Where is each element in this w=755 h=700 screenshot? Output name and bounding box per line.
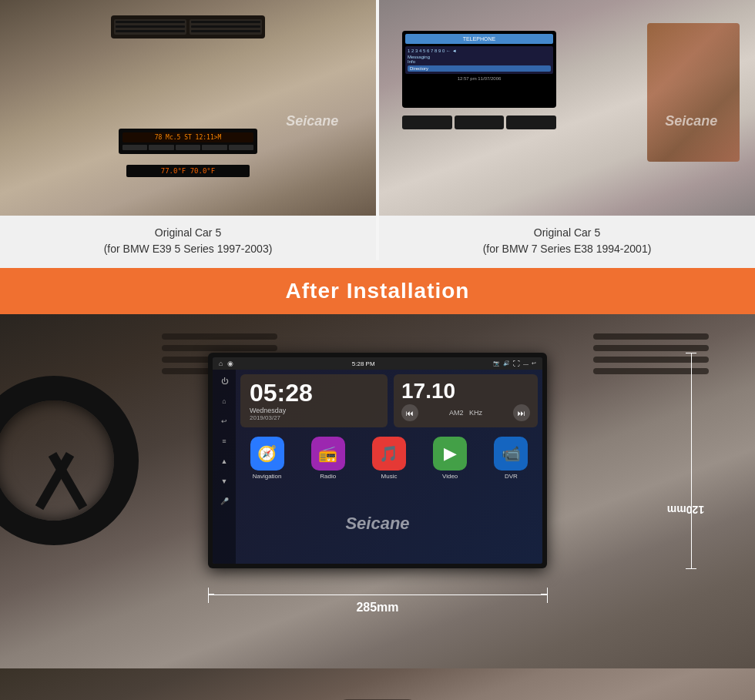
dim-tick-right bbox=[547, 588, 548, 603]
radio-band-info: AM2 KHz bbox=[423, 409, 508, 417]
app-dvr[interactable]: 📹 DVR bbox=[494, 437, 528, 480]
power-icon[interactable]: ⏻ bbox=[217, 374, 231, 388]
app-icons-row: 🧭 Navigation 📻 Radio 🎵 Music bbox=[240, 437, 538, 480]
video-label: Video bbox=[442, 473, 458, 480]
home-icon[interactable]: ⌂ bbox=[219, 360, 223, 367]
app-music[interactable]: 🎵 Music bbox=[372, 437, 406, 480]
nav-label: Navigation bbox=[253, 473, 282, 480]
app-video[interactable]: ▶ Video bbox=[433, 437, 467, 480]
back-icon[interactable]: ↩ bbox=[532, 360, 536, 367]
radio-icon-box: 📻 bbox=[311, 437, 345, 471]
dvr-icon-box: 📹 bbox=[494, 437, 528, 471]
clock-date: 2019/03/27 bbox=[250, 414, 378, 421]
dim-tick-bottom bbox=[686, 568, 696, 569]
width-dimension-label: 285mm bbox=[356, 601, 398, 615]
app-radio[interactable]: 📻 Radio bbox=[311, 437, 345, 480]
fullscreen-icon[interactable]: ⛶ bbox=[513, 360, 520, 367]
after-installation-section: ⌂ ◉ 5:28 PM 📷 🔊 ⛶ — ↩ bbox=[0, 314, 755, 668]
screen-content: ⏻ ⌂ ↩ ≡ ▲ ▼ 🎤 bbox=[213, 370, 542, 564]
clock-time: 05:28 bbox=[250, 380, 378, 405]
volume-icon[interactable]: 🔊 bbox=[503, 360, 510, 367]
car1-block: 78 Mc.5 ST 12:11>M 77.0°F 70.0°F Seicane… bbox=[0, 0, 376, 260]
dimension-horizontal bbox=[208, 594, 547, 595]
home-sidebar-icon[interactable]: ⌂ bbox=[217, 394, 231, 408]
music-label: Music bbox=[381, 473, 398, 480]
radio-next-btn[interactable]: ⏭ bbox=[513, 404, 530, 421]
down-icon[interactable]: ▼ bbox=[217, 474, 231, 488]
main-container: 78 Mc.5 ST 12:11>M 77.0°F 70.0°F Seicane… bbox=[0, 0, 755, 700]
car1-image: 78 Mc.5 ST 12:11>M 77.0°F 70.0°F Seicane bbox=[0, 0, 376, 216]
back-sidebar-icon[interactable]: ↩ bbox=[217, 414, 231, 428]
radio-controls: ⏮ AM2 KHz ⏭ bbox=[401, 404, 530, 421]
after-installation-banner: After Installation bbox=[0, 268, 755, 314]
car1-caption: Original Car 5 (for BMW E39 5 Series 199… bbox=[98, 216, 279, 260]
head-unit[interactable]: ⌂ ◉ 5:28 PM 📷 🔊 ⛶ — ↩ bbox=[208, 353, 547, 568]
menu-sidebar-icon[interactable]: ≡ bbox=[217, 434, 231, 448]
banner-text: After Installation bbox=[286, 279, 470, 303]
dim-line-vertical bbox=[691, 353, 692, 568]
radio-frequency: 17.10 bbox=[401, 380, 530, 402]
nav-icon-box: 🧭 bbox=[250, 437, 284, 471]
car2-image: TELEPHONE 1 2 3 4 5 6 7 8 9 0 ← ◄ Messag… bbox=[379, 0, 755, 216]
camera-icon[interactable]: 📷 bbox=[493, 360, 500, 367]
radio-block: 17.10 ⏮ AM2 KHz ⏭ bbox=[394, 374, 538, 427]
radio-label: Radio bbox=[320, 473, 336, 480]
bottom-section: 77.0°F 70.0°F bbox=[0, 668, 755, 700]
original-cars-section: 78 Mc.5 ST 12:11>M 77.0°F 70.0°F Seicane… bbox=[0, 0, 755, 268]
status-bar-time: 5:28 PM bbox=[352, 360, 375, 367]
seicane-watermark-install: Seicane bbox=[345, 514, 409, 534]
seicane-watermark-2: Seicane bbox=[665, 113, 717, 129]
status-bar-left: ⌂ ◉ bbox=[219, 360, 233, 367]
clock-block: 05:28 Wednesday 2019/03/27 bbox=[240, 374, 388, 427]
music-icon-box: 🎵 bbox=[372, 437, 406, 471]
clock-day: Wednesday bbox=[250, 407, 378, 414]
screen-sidebar: ⏻ ⌂ ↩ ≡ ▲ ▼ 🎤 bbox=[213, 370, 236, 564]
dim-tick-top bbox=[686, 353, 696, 353]
up-icon[interactable]: ▲ bbox=[217, 454, 231, 468]
car2-block: TELEPHONE 1 2 3 4 5 6 7 8 9 0 ← ◄ Messag… bbox=[379, 0, 755, 260]
info-row: 05:28 Wednesday 2019/03/27 17.10 ⏮ bbox=[240, 374, 538, 427]
app-navigation[interactable]: 🧭 Navigation bbox=[250, 437, 284, 480]
radio-prev-btn[interactable]: ⏮ bbox=[401, 404, 418, 421]
location-icon[interactable]: ◉ bbox=[227, 360, 233, 367]
minimize-icon[interactable]: — bbox=[523, 361, 528, 367]
mic-icon[interactable]: 🎤 bbox=[217, 494, 231, 508]
car2-caption: Original Car 5 (for BMW 7 Series E38 199… bbox=[477, 216, 658, 260]
status-bar: ⌂ ◉ 5:28 PM 📷 🔊 ⛶ — ↩ bbox=[213, 357, 542, 370]
status-bar-right: 📷 🔊 ⛶ — ↩ bbox=[493, 360, 536, 367]
dvr-label: DVR bbox=[505, 473, 518, 480]
dim-tick-left bbox=[208, 588, 209, 603]
screen-main: 05:28 Wednesday 2019/03/27 17.10 ⏮ bbox=[236, 370, 542, 564]
seicane-watermark-1: Seicane bbox=[286, 113, 338, 129]
video-icon-box: ▶ bbox=[433, 437, 467, 471]
height-dimension-label: 120mm bbox=[667, 504, 704, 516]
